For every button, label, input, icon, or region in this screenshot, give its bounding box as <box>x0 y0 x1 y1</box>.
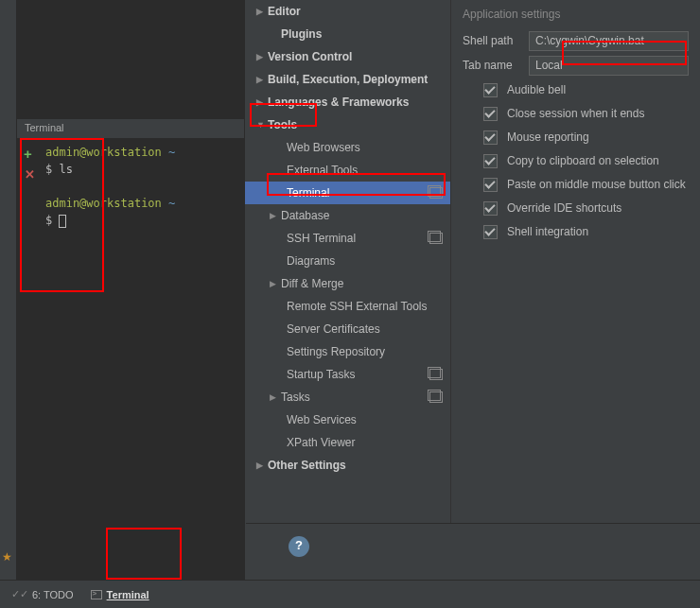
tree-item-database[interactable]: ▶Database <box>245 204 450 227</box>
tree-item-build[interactable]: ▶Build, Execution, Deployment <box>245 68 450 91</box>
settings-tree[interactable]: ▶Editor Plugins ▶Version Control ▶Build,… <box>244 0 451 580</box>
terminal-panel[interactable]: + ✕ admin@workstation ~ $ ls admin@works… <box>17 138 244 235</box>
favorites-tool-window-tab[interactable]: 2: Favorites <box>0 474 2 528</box>
checkbox-audible-bell[interactable]: Audible bell <box>483 80 689 99</box>
settings-footer <box>246 523 700 580</box>
status-terminal[interactable]: Terminal <box>91 589 149 600</box>
checkbox-paste-middle[interactable]: Paste on middle mouse button click <box>483 175 689 194</box>
shell-path-label: Shell path <box>463 34 529 47</box>
terminal-output[interactable]: admin@workstation ~ $ ls admin@workstati… <box>45 144 240 229</box>
checkbox-icon <box>483 107 498 121</box>
terminal-prompt-path: ~ <box>168 197 175 210</box>
per-project-icon <box>429 187 443 199</box>
settings-detail-panel: Application settings Shell path C:\cygwi… <box>451 0 700 580</box>
checkbox-icon <box>483 178 498 192</box>
editor-background <box>17 0 244 580</box>
terminal-prompt-user: admin@workstation <box>45 197 162 210</box>
checkbox-override-ide[interactable]: Override IDE shortcuts <box>483 199 689 217</box>
status-bar: ✓✓ 6: TODO Terminal <box>0 580 700 608</box>
tree-item-tasks[interactable]: ▶Tasks <box>245 386 450 408</box>
status-todo[interactable]: ✓✓ 6: TODO <box>11 588 74 600</box>
checkbox-copy-clipboard[interactable]: Copy to clipboard on selection <box>483 151 689 170</box>
terminal-command: ls <box>59 163 72 176</box>
tree-item-terminal[interactable]: Terminal <box>245 182 450 204</box>
checkbox-icon <box>483 154 498 168</box>
terminal-icon <box>91 590 102 599</box>
checkbox-icon <box>483 130 498 145</box>
terminal-panel-title: Terminal <box>17 119 244 138</box>
checkbox-mouse-reporting[interactable]: Mouse reporting <box>483 128 689 147</box>
checkbox-icon <box>483 201 498 216</box>
tree-item-diff-merge[interactable]: ▶Diff & Merge <box>245 272 450 295</box>
terminal-prompt-user: admin@workstation <box>45 146 162 159</box>
tree-item-web-browsers[interactable]: Web Browsers <box>245 136 450 159</box>
terminal-cursor <box>59 215 66 228</box>
checkbox-close-session[interactable]: Close session when it ends <box>483 104 689 123</box>
tree-item-server-certificates[interactable]: Server Certificates <box>245 318 450 340</box>
tree-item-remote-ssh[interactable]: Remote SSH External Tools <box>245 295 450 318</box>
tree-item-other-settings[interactable]: ▶Other Settings <box>245 454 450 477</box>
tree-item-startup-tasks[interactable]: Startup Tasks <box>245 363 450 386</box>
section-title: Application settings <box>451 0 700 26</box>
terminal-prompt-symbol: $ <box>45 163 52 176</box>
favorites-star-icon: ★ <box>2 550 12 564</box>
tree-item-tools[interactable]: ▼Tools <box>245 113 450 136</box>
help-button[interactable]: ? <box>289 536 309 557</box>
checkbox-icon <box>483 83 498 97</box>
checkbox-icon <box>483 225 498 239</box>
tree-item-external-tools[interactable]: External Tools <box>245 159 450 182</box>
terminal-prompt-symbol: $ <box>45 214 52 227</box>
tree-item-ssh-terminal[interactable]: SSH Terminal <box>245 227 450 250</box>
checkbox-shell-integration[interactable]: Shell integration <box>483 222 689 241</box>
tree-item-version-control[interactable]: ▶Version Control <box>245 45 450 68</box>
tab-name-input[interactable]: Local <box>529 56 689 76</box>
tree-item-xpath-viewer[interactable]: XPath Viewer <box>245 431 450 454</box>
tree-item-web-services[interactable]: Web Services <box>245 408 450 431</box>
todo-icon: ✓✓ <box>11 588 28 600</box>
tab-name-label: Tab name <box>463 59 529 72</box>
terminal-new-tab-icon[interactable]: + <box>24 146 42 162</box>
per-project-icon <box>429 391 443 403</box>
tree-item-plugins[interactable]: Plugins <box>245 23 450 45</box>
per-project-icon <box>429 369 443 380</box>
terminal-close-tab-icon[interactable]: ✕ <box>25 167 42 182</box>
tree-item-diagrams[interactable]: Diagrams <box>245 250 450 272</box>
terminal-prompt-path: ~ <box>168 146 175 159</box>
tree-item-languages[interactable]: ▶Languages & Frameworks <box>245 91 450 113</box>
per-project-icon <box>429 233 443 244</box>
tree-item-editor[interactable]: ▶Editor <box>245 0 450 23</box>
tree-item-settings-repository[interactable]: Settings Repository <box>245 340 450 363</box>
shell-path-input[interactable]: C:\cygwin\Cygwin.bat <box>529 31 689 51</box>
